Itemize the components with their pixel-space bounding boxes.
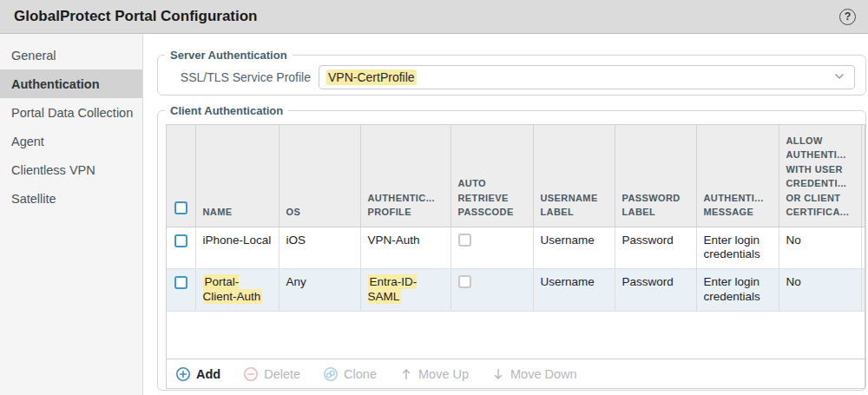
cell-auth-message: Enter login credentials <box>696 227 779 269</box>
column-header-allow-auth-with-cred-or-cert[interactable]: ALLOW AUTHENTI... WITH USER CREDENTI... … <box>779 125 861 227</box>
column-header-os[interactable]: OS <box>279 125 360 227</box>
ssl-tls-service-profile-dropdown[interactable]: VPN-CertProfile <box>319 65 855 89</box>
ssl-tls-service-profile-value: VPN-CertProfile <box>326 69 417 85</box>
column-header-authentication-profile[interactable]: AUTHENTIC... PROFILE <box>360 125 450 227</box>
cell-name: Portal-Client-Auth <box>195 269 279 312</box>
cell-auth-message: Enter login credentials <box>696 269 779 312</box>
cell-name: iPhone-Local <box>195 227 279 269</box>
dialog-titlebar: GlobalProtect Portal Configuration ? <box>0 0 868 34</box>
column-header-password-label[interactable]: PASSWORD LABEL <box>615 125 696 227</box>
main-content: Server Authentication SSL/TLS Service Pr… <box>143 34 868 395</box>
cell-auth-profile: Entra-ID-SAML <box>360 269 450 312</box>
sidebar-item-agent[interactable]: Agent <box>0 127 142 155</box>
client-authentication-legend: Client Authentication <box>165 104 288 117</box>
table-header-row: NAME OS AUTHENTIC... PROFILE AUTO RETRIE… <box>167 125 865 227</box>
column-header-clipped <box>861 125 865 227</box>
cell-auth-profile: VPN-Auth <box>360 227 450 269</box>
column-header-authentication-message[interactable]: AUTHENTI... MESSAGE <box>696 125 779 227</box>
server-authentication-legend: Server Authentication <box>165 49 293 62</box>
client-authentication-section: Client Authentication NAME OS <box>157 104 866 391</box>
delete-icon <box>243 366 259 382</box>
column-header-auto-retrieve-passcode[interactable]: AUTO RETRIEVE PASSCODE <box>450 125 533 227</box>
ssl-tls-service-profile-label: SSL/TLS Service Profile <box>158 70 311 84</box>
sidebar-item-satellite[interactable]: Satellite <box>0 184 142 213</box>
clone-button[interactable]: Clone <box>323 366 377 382</box>
arrow-up-icon <box>399 367 413 381</box>
cell-allow-auth: No <box>779 269 861 312</box>
sidebar: General Authentication Portal Data Colle… <box>0 34 143 395</box>
sidebar-item-clientless-vpn[interactable]: Clientless VPN <box>0 155 142 184</box>
cell-password-label: Password <box>615 227 696 269</box>
cell-os: Any <box>279 269 360 312</box>
client-auth-table: NAME OS AUTHENTIC... PROFILE AUTO RETRIE… <box>166 124 865 389</box>
chevron-down-icon <box>833 70 845 85</box>
server-authentication-section: Server Authentication SSL/TLS Service Pr… <box>157 49 866 95</box>
table-empty-area <box>167 312 865 359</box>
column-header-username-label[interactable]: USERNAME LABEL <box>533 125 615 227</box>
move-down-button[interactable]: Move Down <box>491 367 577 381</box>
row-select-checkbox[interactable] <box>174 234 187 247</box>
arrow-down-icon <box>491 367 505 381</box>
table-row[interactable]: iPhone-Local iOS VPN-Auth Username Passw… <box>167 227 865 269</box>
sidebar-item-portal-data-collection[interactable]: Portal Data Collection <box>0 98 142 127</box>
cell-allow-auth: No <box>779 227 861 269</box>
sidebar-item-general[interactable]: General <box>0 41 142 69</box>
add-icon <box>175 366 191 382</box>
table-toolbar: Add Delete Clone <box>167 359 865 388</box>
dialog-title: GlobalProtect Portal Configuration <box>14 8 839 25</box>
clone-icon <box>323 366 339 382</box>
delete-button[interactable]: Delete <box>243 366 300 382</box>
column-header-name[interactable]: NAME <box>195 125 279 227</box>
cell-os: iOS <box>279 227 360 269</box>
table-row[interactable]: Portal-Client-Auth Any Entra-ID-SAML Use… <box>167 269 865 312</box>
select-all-checkbox[interactable] <box>174 201 187 214</box>
auto-retrieve-passcode-checkbox[interactable] <box>458 234 471 247</box>
row-select-checkbox[interactable] <box>174 276 187 289</box>
cell-password-label: Password <box>615 269 696 312</box>
cell-username-label: Username <box>533 227 615 269</box>
move-up-button[interactable]: Move Up <box>399 367 469 381</box>
sidebar-item-authentication[interactable]: Authentication <box>0 69 142 98</box>
auto-retrieve-passcode-checkbox[interactable] <box>458 275 471 288</box>
cell-username-label: Username <box>533 269 615 312</box>
add-button[interactable]: Add <box>175 366 220 382</box>
help-icon[interactable]: ? <box>839 9 856 25</box>
